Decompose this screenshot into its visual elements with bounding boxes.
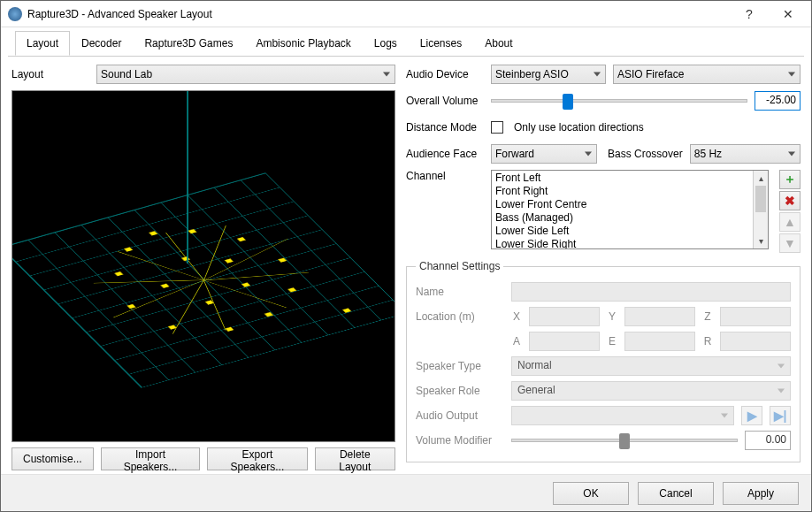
overall-volume-slider[interactable] bbox=[491, 91, 747, 111]
audio-device-select[interactable]: ASIO Fireface bbox=[613, 65, 801, 84]
cs-axis-y: Y bbox=[607, 310, 617, 323]
channel-item[interactable]: Lower Side Left bbox=[495, 225, 749, 238]
add-channel-button[interactable]: ＋ bbox=[779, 170, 801, 189]
close-button[interactable]: ✕ bbox=[769, 2, 808, 27]
cs-play-button: ▶ bbox=[741, 406, 762, 425]
bass-crossover-label: Bass Crossover bbox=[608, 148, 683, 160]
audience-face-label: Audience Face bbox=[406, 148, 484, 160]
tab-licenses[interactable]: Licenses bbox=[409, 31, 473, 56]
cs-axis-z: Z bbox=[702, 310, 713, 323]
cs-name-label: Name bbox=[416, 286, 504, 298]
cs-a-field bbox=[529, 332, 600, 351]
cancel-button[interactable]: Cancel bbox=[638, 482, 714, 505]
export-speakers-button[interactable]: Export Speakers... bbox=[207, 447, 307, 470]
overall-volume-label: Overall Volume bbox=[406, 95, 484, 107]
speaker-3d-view[interactable] bbox=[11, 90, 395, 442]
cs-speaker-role-select: General bbox=[511, 381, 791, 401]
channel-item[interactable]: Lower Front Centre bbox=[495, 198, 749, 211]
channel-settings-legend: Channel Settings bbox=[416, 260, 503, 272]
tab-rapture3d-games[interactable]: Rapture3D Games bbox=[133, 31, 244, 56]
cs-e-field bbox=[624, 332, 695, 351]
right-pane: Audio Device Steinberg ASIO ASIO Firefac… bbox=[406, 64, 801, 470]
cs-speaker-type-select: Normal bbox=[511, 356, 791, 376]
app-window: Rapture3D - Advanced Speaker Layout ? ✕ … bbox=[0, 0, 812, 512]
cs-audio-output-select bbox=[511, 406, 734, 425]
audience-face-select[interactable]: Forward bbox=[491, 144, 597, 164]
titlebar: Rapture3D - Advanced Speaker Layout ? ✕ bbox=[1, 1, 811, 27]
cs-location-label: Location (m) bbox=[416, 310, 504, 323]
delete-layout-button[interactable]: Delete Layout bbox=[315, 447, 395, 470]
apply-button[interactable]: Apply bbox=[723, 482, 799, 505]
channel-label: Channel bbox=[406, 170, 484, 182]
cs-axis-e: E bbox=[607, 335, 617, 348]
ok-button[interactable]: OK bbox=[553, 482, 629, 505]
channel-item[interactable]: Lower Side Right bbox=[495, 238, 749, 248]
cs-speaker-role-label: Speaker Role bbox=[416, 385, 504, 397]
channel-item[interactable]: Front Left bbox=[495, 172, 749, 185]
distance-mode-label: Distance Mode bbox=[406, 121, 484, 134]
tab-bar: LayoutDecoderRapture3D GamesAmbisonic Pl… bbox=[8, 27, 804, 57]
tab-about[interactable]: About bbox=[473, 31, 524, 56]
audio-api-select[interactable]: Steinberg ASIO bbox=[491, 65, 606, 84]
audio-device-label: Audio Device bbox=[406, 68, 484, 80]
distance-mode-checkbox[interactable] bbox=[491, 121, 503, 134]
layout-label: Layout bbox=[11, 68, 89, 80]
cs-play-all-button: ▶| bbox=[770, 406, 791, 425]
dialog-footer: OK Cancel Apply bbox=[1, 474, 811, 511]
app-icon bbox=[8, 7, 22, 21]
cs-volume-modifier-label: Volume Modifier bbox=[416, 434, 504, 447]
cs-speaker-type-label: Speaker Type bbox=[416, 360, 504, 372]
channel-scrollbar[interactable]: ▴ ▾ bbox=[753, 171, 768, 248]
cs-r-field bbox=[720, 332, 791, 351]
import-speakers-button[interactable]: Import Speakers... bbox=[101, 447, 201, 470]
channel-list[interactable]: Front LeftFront RightLower Front CentreB… bbox=[491, 170, 769, 249]
layout-action-buttons: Customise... Import Speakers... Export S… bbox=[11, 447, 395, 470]
window-title: Rapture3D - Advanced Speaker Layout bbox=[27, 8, 730, 20]
channel-side-buttons: ＋ ✖ ▲ ▼ bbox=[779, 170, 801, 253]
cs-volume-modifier-value: 0.00 bbox=[745, 431, 791, 450]
scroll-up-icon[interactable]: ▴ bbox=[754, 171, 768, 186]
cs-axis-r: R bbox=[702, 335, 713, 348]
customise-button[interactable]: Customise... bbox=[11, 447, 94, 470]
channel-item[interactable]: Bass (Managed) bbox=[495, 211, 749, 225]
overall-volume-value[interactable]: -25.00 bbox=[755, 91, 801, 111]
tab-decoder[interactable]: Decoder bbox=[70, 31, 133, 56]
distance-mode-checkbox-label: Only use location directions bbox=[514, 121, 644, 134]
move-channel-down-button[interactable]: ▼ bbox=[779, 233, 801, 253]
cs-axis-x: X bbox=[511, 310, 522, 323]
bass-crossover-select[interactable]: 85 Hz bbox=[690, 144, 801, 164]
tab-logs[interactable]: Logs bbox=[363, 31, 409, 56]
cs-audio-output-label: Audio Output bbox=[416, 409, 504, 422]
move-channel-up-button[interactable]: ▲ bbox=[779, 212, 801, 232]
cs-y-field bbox=[624, 307, 695, 326]
scroll-down-icon[interactable]: ▾ bbox=[754, 233, 768, 248]
layout-select[interactable]: Sound Lab bbox=[96, 65, 395, 84]
help-button[interactable]: ? bbox=[730, 2, 769, 27]
left-pane: Layout Sound Lab bbox=[11, 64, 395, 470]
cs-volume-modifier-slider bbox=[511, 431, 738, 450]
tab-ambisonic-playback[interactable]: Ambisonic Playback bbox=[244, 31, 362, 56]
channel-item[interactable]: Front Right bbox=[495, 185, 749, 198]
cs-name-field bbox=[511, 282, 791, 302]
tab-layout[interactable]: Layout bbox=[15, 31, 70, 56]
cs-x-field bbox=[529, 307, 600, 326]
content-area: Layout Sound Lab bbox=[1, 57, 811, 474]
channel-settings-group: Channel Settings Name Location (m) X Y Z… bbox=[406, 260, 801, 462]
cs-z-field bbox=[720, 307, 791, 326]
cs-axis-a: A bbox=[511, 335, 522, 348]
scroll-thumb[interactable] bbox=[755, 186, 766, 212]
remove-channel-button[interactable]: ✖ bbox=[779, 191, 801, 210]
